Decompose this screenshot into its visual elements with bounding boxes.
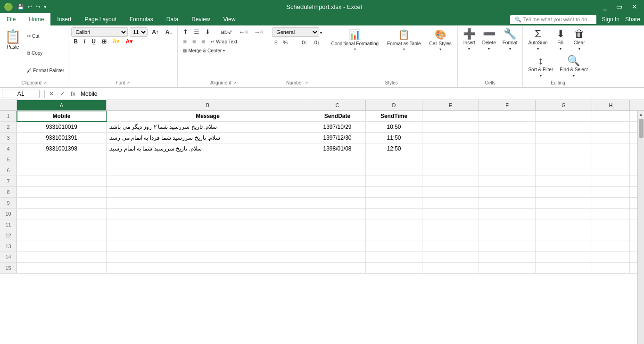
- list-item[interactable]: 1397/12/30: [309, 133, 366, 143]
- list-item[interactable]: [536, 241, 592, 252]
- list-item[interactable]: 10:50: [366, 122, 422, 132]
- delete-dropdown[interactable]: ▾: [488, 47, 490, 51]
- insert-function-icon[interactable]: fx: [69, 90, 77, 98]
- cell-styles-button[interactable]: 🎨 Cell Styles ▾: [427, 27, 454, 53]
- list-item[interactable]: [422, 122, 479, 132]
- list-item[interactable]: [479, 154, 536, 165]
- format-painter-button[interactable]: 🖌 Format Painter: [25, 67, 66, 74]
- list-item[interactable]: [17, 230, 107, 241]
- orient-button[interactable]: ab↙: [218, 27, 235, 36]
- list-item[interactable]: [536, 176, 592, 186]
- row-number[interactable]: 9: [0, 198, 17, 208]
- col-header-d[interactable]: D: [366, 100, 422, 110]
- list-item[interactable]: [479, 165, 536, 176]
- tell-me-input[interactable]: 🔍 Tell me what you want to do...: [510, 15, 596, 24]
- insert-dropdown[interactable]: ▾: [468, 47, 470, 51]
- list-item[interactable]: [17, 198, 107, 208]
- increase-font-button[interactable]: A↑: [149, 28, 161, 36]
- list-item[interactable]: [107, 165, 309, 176]
- accounting-button[interactable]: $: [272, 39, 280, 46]
- col-header-e[interactable]: E: [422, 100, 479, 110]
- list-item[interactable]: [592, 176, 630, 186]
- list-item[interactable]: [536, 111, 592, 121]
- scroll-up-button[interactable]: ▲: [638, 111, 644, 118]
- row-number[interactable]: 14: [0, 252, 17, 262]
- list-item[interactable]: [366, 209, 422, 219]
- autosum-dropdown[interactable]: ▾: [537, 47, 539, 51]
- list-item[interactable]: [309, 165, 366, 176]
- list-item[interactable]: SendDate: [309, 111, 366, 121]
- list-item[interactable]: [536, 122, 592, 132]
- merge-center-button[interactable]: ⊠ Merge & Center ▾: [181, 47, 227, 54]
- list-item[interactable]: [107, 187, 309, 197]
- find-select-button[interactable]: 🔍 Find & Select ▾: [557, 54, 590, 79]
- list-item[interactable]: [536, 263, 592, 273]
- list-item[interactable]: [479, 187, 536, 197]
- list-item[interactable]: [422, 219, 479, 230]
- list-item[interactable]: [592, 230, 630, 241]
- list-item[interactable]: [536, 154, 592, 165]
- right-align-button[interactable]: ≡: [199, 37, 208, 46]
- decrease-font-button[interactable]: A↓: [163, 28, 175, 36]
- list-item[interactable]: [309, 198, 366, 208]
- list-item[interactable]: سلام. تاریخ سررسید شما به اتمام رسید.: [107, 143, 309, 154]
- tab-page-layout[interactable]: Page Layout: [78, 13, 123, 25]
- list-item[interactable]: [107, 219, 309, 230]
- list-item[interactable]: [422, 230, 479, 241]
- copy-button[interactable]: ⧉ Copy: [25, 50, 66, 57]
- list-item[interactable]: [592, 154, 630, 165]
- list-item[interactable]: [536, 133, 592, 143]
- list-item[interactable]: [366, 230, 422, 241]
- save-button[interactable]: 💾: [16, 3, 25, 11]
- list-item[interactable]: [17, 176, 107, 186]
- list-item[interactable]: [107, 154, 309, 165]
- row-number[interactable]: 4: [0, 143, 17, 154]
- list-item[interactable]: Mobile: [17, 111, 107, 121]
- list-item[interactable]: 1398/01/08: [309, 143, 366, 154]
- paste-button[interactable]: 📋 Paste: [2, 27, 24, 79]
- font-expand-icon[interactable]: ↗: [126, 81, 130, 85]
- row-number[interactable]: 7: [0, 176, 17, 186]
- increase-decimal-button[interactable]: .0↑: [298, 39, 310, 46]
- row-number[interactable]: 3: [0, 133, 17, 143]
- list-item[interactable]: [309, 219, 366, 230]
- list-item[interactable]: [479, 230, 536, 241]
- clipboard-expand-icon[interactable]: ↗: [43, 81, 47, 85]
- list-item[interactable]: [536, 165, 592, 176]
- col-header-h[interactable]: H: [592, 100, 630, 110]
- list-item[interactable]: [536, 219, 592, 230]
- indent-decrease-button[interactable]: ←≡: [236, 27, 251, 36]
- list-item[interactable]: [17, 263, 107, 273]
- col-header-c[interactable]: C: [309, 100, 366, 110]
- decrease-decimal-button[interactable]: .0↓: [311, 39, 322, 46]
- list-item[interactable]: [592, 209, 630, 219]
- font-name-select[interactable]: Calibri: [71, 27, 128, 37]
- tab-insert[interactable]: Insert: [50, 13, 78, 25]
- comma-button[interactable]: ,: [291, 39, 297, 46]
- list-item[interactable]: [107, 230, 309, 241]
- list-item[interactable]: [422, 133, 479, 143]
- list-item[interactable]: [536, 230, 592, 241]
- row-number[interactable]: 1: [0, 111, 17, 121]
- list-item[interactable]: [309, 230, 366, 241]
- cell-reference-box[interactable]: [2, 90, 40, 98]
- scroll-area[interactable]: [638, 118, 644, 344]
- format-as-table-button[interactable]: 📋 Format as Table ▾: [384, 27, 424, 53]
- list-item[interactable]: [366, 176, 422, 186]
- left-align-button[interactable]: ≡: [181, 37, 189, 46]
- list-item[interactable]: [422, 165, 479, 176]
- tab-data[interactable]: Data: [160, 13, 185, 25]
- list-item[interactable]: [366, 219, 422, 230]
- row-number[interactable]: 15: [0, 263, 17, 273]
- list-item[interactable]: [107, 263, 309, 273]
- list-item[interactable]: [17, 252, 107, 262]
- sign-in-button[interactable]: Sign In: [602, 16, 619, 23]
- number-expand-icon[interactable]: ↗: [305, 81, 308, 85]
- clear-dropdown[interactable]: ▾: [578, 47, 580, 51]
- list-item[interactable]: [479, 133, 536, 143]
- middle-align-button[interactable]: ☰: [191, 27, 202, 36]
- sort-filter-dropdown[interactable]: ▾: [540, 74, 542, 78]
- list-item[interactable]: 9331010019: [17, 122, 107, 132]
- list-item[interactable]: 11:50: [366, 133, 422, 143]
- list-item[interactable]: 1397/10/29: [309, 122, 366, 132]
